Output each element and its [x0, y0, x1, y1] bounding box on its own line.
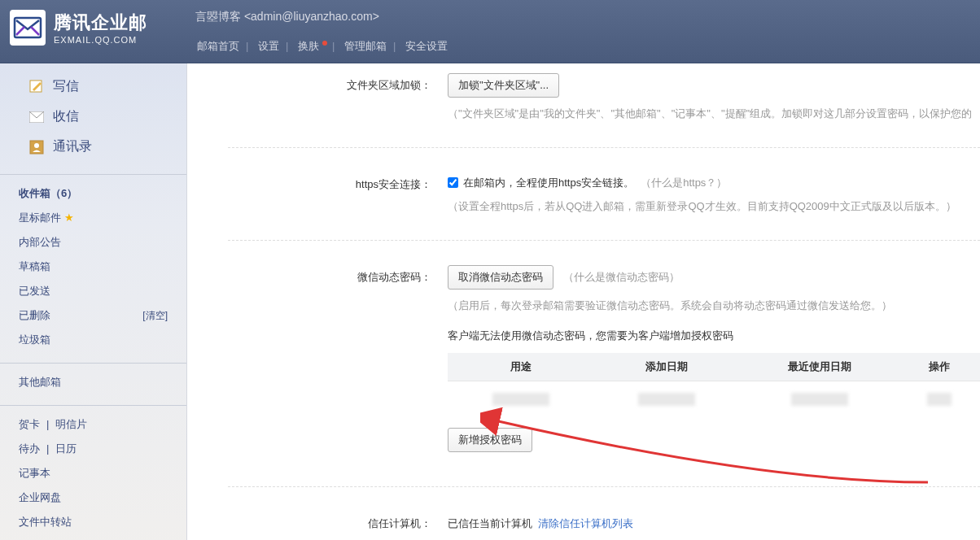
th-purpose: 用途 — [448, 353, 593, 381]
folder-inbox[interactable]: 收件箱（6） — [16, 181, 170, 206]
lock-folder-button[interactable]: 加锁"文件夹区域"... — [448, 73, 559, 98]
sidebar-item-label: 收信 — [53, 108, 79, 125]
client-note: 客户端无法使用微信动态密码，您需要为客户端增加授权密码 — [448, 329, 980, 343]
blurred-cell — [927, 393, 952, 406]
top-nav: 邮箱首页| 设置| 换肤| 管理邮箱| 安全设置 — [195, 39, 449, 54]
logo-area[interactable]: 腾讯企业邮 EXMAIL.QQ.COM — [10, 10, 147, 46]
th-adddate: 添加日期 — [593, 353, 739, 381]
clear-trust-link[interactable]: 清除信任计算机列表 — [538, 517, 633, 529]
blurred-cell — [638, 393, 695, 406]
contacts-icon — [28, 139, 45, 155]
setting-https: https安全连接： 在邮箱内，全程使用https安全链接。 （什么是https… — [228, 163, 980, 225]
add-auth-password-button[interactable]: 新增授权密码 — [448, 428, 532, 452]
hint-text: （设置全程https后，若从QQ进入邮箱，需重新登录QQ才生效。目前支持QQ20… — [448, 198, 980, 216]
folder-announce[interactable]: 内部公告 — [16, 230, 170, 255]
tool-filestation[interactable]: 文件中转站 — [16, 510, 170, 534]
svg-point-4 — [34, 143, 39, 148]
sidebar-contacts[interactable]: 通讯录 — [28, 132, 170, 162]
sidebar: 写信 收信 通讯录 收件箱（6） 星标邮件★ 内部公告 草稿箱 已发送 已删除[… — [0, 63, 187, 540]
header: 腾讯企业邮 EXMAIL.QQ.COM 言曌博客 <admin@liuyanzh… — [0, 0, 980, 63]
inbox-icon — [28, 109, 45, 125]
folder-starred[interactable]: 星标邮件★ — [16, 206, 170, 230]
hint-text: （"文件夹区域"是由"我的文件夹"、"其他邮箱"、"记事本"、"提醒"组成。加锁… — [448, 106, 980, 123]
folder-sent[interactable]: 已发送 — [16, 279, 170, 303]
blurred-cell — [791, 393, 848, 406]
logo-text: 腾讯企业邮 EXMAIL.QQ.COM — [54, 11, 147, 45]
sidebar-inbox[interactable]: 收信 — [28, 102, 170, 132]
what-https-link[interactable]: （什么是https？） — [641, 176, 727, 190]
tools-row-1: 贺卡|明信片 — [16, 412, 170, 437]
main-content: 文件夹区域加锁： 加锁"文件夹区域"... （"文件夹区域"是由"我的文件夹"、… — [187, 63, 980, 540]
nav-security[interactable]: 安全设置 — [404, 40, 449, 52]
clear-deleted[interactable]: [清空] — [142, 309, 168, 323]
nav-settings[interactable]: 设置 — [256, 40, 281, 52]
th-lastuse: 最近使用日期 — [740, 353, 899, 381]
table-row — [448, 381, 980, 420]
setting-wechat: 微信动态密码： 取消微信动态密码 （什么是微信动态密码） （启用后，每次登录邮箱… — [228, 255, 980, 463]
nav-skin[interactable]: 换肤 — [296, 40, 321, 52]
folder-spam[interactable]: 垃圾箱 — [16, 328, 170, 352]
divider — [228, 486, 980, 487]
setting-label: 微信动态密码： — [228, 265, 448, 453]
sidebar-compose[interactable]: 写信 — [28, 72, 170, 102]
https-checkbox[interactable] — [448, 177, 458, 188]
svg-rect-0 — [15, 18, 41, 37]
user-info: 言曌博客 <admin@liuyanzhao.com> — [195, 10, 379, 24]
nav-manage[interactable]: 管理邮箱 — [343, 40, 388, 52]
folder-other[interactable]: 其他邮箱 — [16, 370, 170, 394]
divider — [228, 147, 980, 148]
sidebar-item-label: 通讯录 — [53, 138, 92, 155]
folder-deleted[interactable]: 已删除[清空] — [16, 303, 170, 328]
checkbox-label: 在邮箱内，全程使用https安全链接。 — [463, 176, 634, 190]
folder-drafts[interactable]: 草稿箱 — [16, 255, 170, 279]
tool-netdisk[interactable]: 企业网盘 — [16, 486, 170, 510]
sidebar-item-label: 写信 — [53, 78, 79, 95]
nav-home[interactable]: 邮箱首页 — [195, 40, 241, 52]
tools-row-2: 待办|日历 — [16, 437, 170, 461]
setting-label: 信任计算机： — [228, 512, 448, 540]
tool-calendar[interactable]: 日历 — [55, 442, 77, 455]
tool-todo[interactable]: 待办 — [19, 442, 40, 455]
compose-icon — [28, 79, 45, 95]
tool-postcard[interactable]: 明信片 — [55, 418, 87, 430]
setting-folder-lock: 文件夹区域加锁： 加锁"文件夹区域"... （"文件夹区域"是由"我的文件夹"、… — [228, 63, 980, 133]
logo-icon — [10, 10, 46, 46]
th-action: 操作 — [899, 353, 980, 381]
auth-table: 用途 添加日期 最近使用日期 操作 — [448, 353, 980, 420]
hint-text: （启用后，每次登录邮箱需要验证微信动态密码。系统会自动将动态密码通过微信发送给您… — [448, 298, 980, 315]
trust-status: 已信任当前计算机 — [448, 517, 532, 529]
cancel-wechat-button[interactable]: 取消微信动态密码 — [448, 265, 553, 290]
star-icon: ★ — [64, 211, 74, 224]
tool-notes[interactable]: 记事本 — [16, 461, 170, 486]
what-wechat-link[interactable]: （什么是微信动态密码） — [563, 271, 680, 283]
setting-trust: 信任计算机： 已信任当前计算机 清除信任计算机列表 （受信任的计算机登录邮箱无需… — [228, 502, 980, 540]
setting-label: 文件夹区域加锁： — [228, 73, 448, 123]
tool-card[interactable]: 贺卡 — [19, 418, 40, 430]
blurred-cell — [492, 393, 549, 406]
setting-label: https安全连接： — [228, 172, 448, 216]
divider — [228, 240, 980, 241]
